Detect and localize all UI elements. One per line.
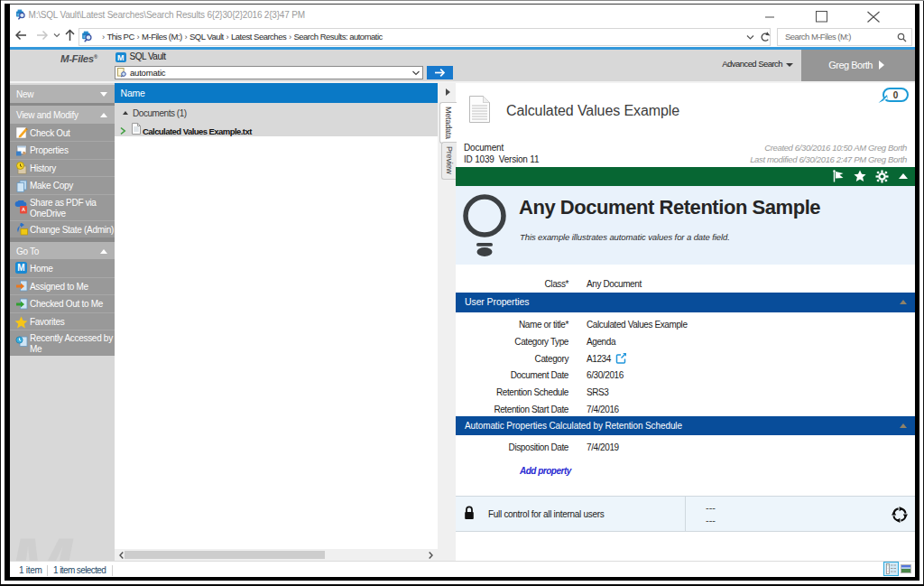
svg-text:A: A [22, 207, 25, 212]
